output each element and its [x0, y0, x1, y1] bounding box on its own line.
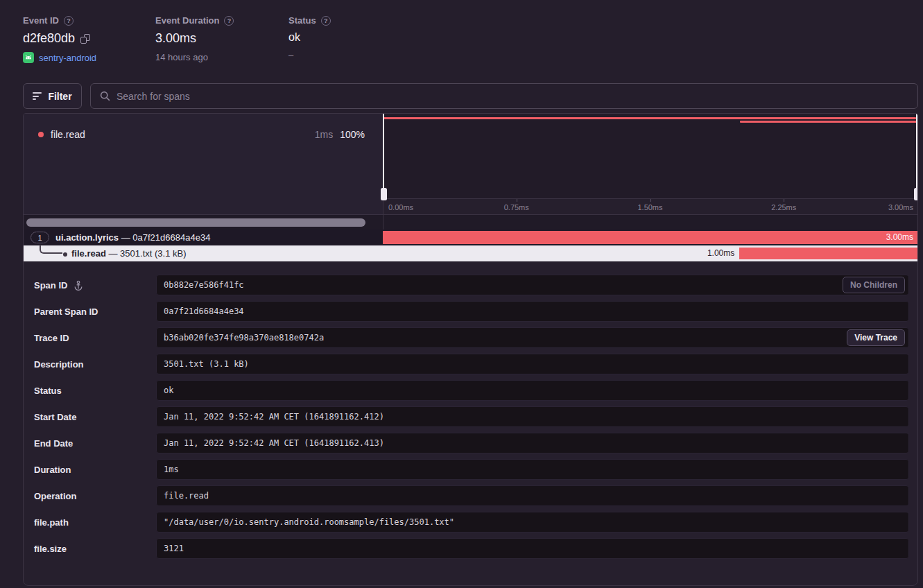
detail-row: Description3501.txt (3.1 kB) [24, 354, 917, 374]
detail-value: 3501.txt (3.1 kB) [156, 354, 909, 374]
trace-panel: file.read 1ms 100% 0.00ms0.75ms1.50ms2.2… [23, 113, 918, 586]
detail-label: Trace ID [34, 327, 69, 348]
detail-value-text: Jan 11, 2022 9:52:42 AM CET (1641891162.… [164, 412, 384, 422]
detail-value: b36ab020fe374fe98a370ae818e0742aView Tra… [156, 327, 909, 348]
detail-row: Trace IDb36ab020fe374fe98a370ae818e0742a… [24, 327, 917, 348]
viewport-handle-right[interactable] [916, 114, 917, 198]
event-duration-column: Event Duration ? 3.00ms 14 hours ago [155, 15, 234, 62]
handle-grip[interactable] [381, 188, 387, 200]
filter-icon [33, 92, 42, 100]
detail-value-text: file.read [164, 491, 209, 501]
axis-tick-mark [650, 199, 651, 202]
help-icon[interactable]: ? [64, 16, 74, 26]
project-link[interactable]: sentry-android [39, 53, 96, 63]
axis-tick-label: 2.25ms [771, 203, 796, 211]
axis-tick-mark [784, 199, 784, 202]
no-children-button[interactable]: No Children [843, 277, 905, 293]
span-title: file.read — 3501.txt (3.1 kB) [71, 245, 187, 261]
detail-value-text: 3501.txt (3.1 kB) [164, 359, 249, 369]
detail-row: file.path"/data/user/0/io.sentry.android… [24, 512, 917, 533]
detail-value-text: 3121 [164, 544, 184, 553]
filter-button-label: Filter [48, 91, 71, 102]
event-duration-label: Event Duration [155, 15, 219, 26]
detail-value-text: "/data/user/0/io.sentry.android.roomsamp… [164, 517, 454, 527]
detail-label: Start Date [34, 406, 76, 427]
detail-value: 0b882e7e586f41fcNo Children [156, 275, 909, 295]
detail-value: 0a7f21d6684a4e34 [156, 301, 909, 322]
event-duration-value: 3.00ms [155, 31, 196, 46]
op-name: file.read [51, 129, 85, 140]
span-bar-zone: 1.00ms [383, 245, 917, 261]
copy-icon[interactable] [80, 34, 90, 44]
status-column: Status ? ok – [288, 15, 331, 60]
span-row-root[interactable]: 1 ui.action.lyrics — 0a7f21d6684a4e34 3.… [24, 230, 917, 245]
event-id-label: Event ID [23, 15, 59, 26]
search-icon [100, 91, 110, 101]
axis-tick-mark [917, 199, 918, 202]
detail-value-text: Jan 11, 2022 9:52:42 AM CET (1641891162.… [164, 438, 384, 448]
detail-value-text: ok [164, 386, 173, 395]
time-axis: 0.00ms0.75ms1.50ms2.25ms3.00ms [383, 198, 917, 214]
detail-row: file.size3121 [24, 538, 917, 559]
span-search [90, 83, 918, 109]
axis-tick-label: 1.50ms [637, 203, 662, 211]
span-title: ui.action.lyrics — 0a7f21d6684a4e34 [55, 232, 210, 243]
op-percent: 100% [340, 129, 365, 140]
detail-row: Statusok [24, 380, 917, 401]
span-row-selected[interactable]: file.read — 3501.txt (3.1 kB) 1.00ms [24, 245, 917, 261]
detail-label: End Date [34, 433, 73, 453]
minimap-span-line [383, 117, 916, 119]
tree-connector [40, 245, 62, 254]
detail-value-text: 0b882e7e586f41fc [164, 280, 244, 290]
axis-tick-label: 0.00ms [388, 203, 413, 211]
detail-label: Status [34, 380, 62, 401]
event-id-column: Event ID ? d2fe80db sentry-android [23, 15, 96, 63]
ops-breakdown-row: file.read 1ms 100% [38, 129, 365, 140]
detail-value: "/data/user/0/io.sentry.android.roomsamp… [156, 512, 909, 533]
detail-row: Parent Span ID0a7f21d6684a4e34 [24, 301, 917, 322]
scrollbar-thumb[interactable] [26, 218, 365, 227]
trace-minimap: file.read 1ms 100% 0.00ms0.75ms1.50ms2.2… [24, 114, 917, 214]
scrollbar-track[interactable] [24, 214, 917, 230]
span-bar-label: 1.00ms [707, 245, 739, 261]
span-row-left: 1 ui.action.lyrics — 0a7f21d6684a4e34 [24, 230, 383, 245]
detail-label: file.size [34, 538, 67, 559]
detail-label: Duration [34, 459, 71, 480]
axis-tick-label: 3.00ms [888, 203, 913, 211]
help-icon[interactable]: ? [321, 16, 331, 26]
detail-label: file.path [34, 512, 69, 533]
op-color-dot [38, 132, 44, 137]
view-trace-button[interactable]: View Trace [847, 329, 905, 346]
detail-label: Description [34, 354, 84, 374]
minimap-canvas[interactable] [383, 114, 917, 198]
detail-value: 1ms [156, 459, 909, 480]
help-icon[interactable]: ? [224, 16, 234, 26]
children-count-badge[interactable]: 1 [31, 232, 49, 243]
detail-label: Parent Span ID [34, 301, 98, 322]
detail-row: Start DateJan 11, 2022 9:52:42 AM CET (1… [24, 406, 917, 427]
viewport-handle-left[interactable] [383, 114, 384, 198]
detail-label: Operation [34, 485, 76, 506]
tree-connector-dot [63, 252, 67, 257]
span-duration-bar[interactable]: 3.00ms [383, 231, 917, 244]
detail-value: Jan 11, 2022 9:52:42 AM CET (1641891162.… [156, 406, 909, 427]
status-sub: – [288, 50, 293, 60]
detail-row: End DateJan 11, 2022 9:52:42 AM CET (164… [24, 433, 917, 453]
event-id-value: d2fe80db [23, 31, 75, 46]
handle-grip[interactable] [914, 188, 919, 200]
detail-row: Operationfile.read [24, 485, 917, 506]
span-duration-bar[interactable] [739, 248, 917, 259]
detail-value: file.read [156, 485, 909, 506]
minimap-span-line [740, 121, 917, 123]
event-duration-ago: 14 hours ago [155, 52, 208, 62]
detail-row: Duration1ms [24, 459, 917, 480]
search-input[interactable] [117, 91, 908, 102]
ops-breakdown: file.read 1ms 100% [24, 114, 383, 214]
span-bar-zone: 3.00ms [383, 230, 917, 245]
android-project-icon [23, 52, 34, 63]
span-row-left: file.read — 3501.txt (3.1 kB) [24, 245, 383, 261]
filter-button[interactable]: Filter [23, 83, 82, 109]
span-bar-label: 3.00ms [886, 231, 913, 244]
span-details-rows: Span ID0b882e7e586f41fcNo ChildrenParent… [24, 261, 917, 564]
anchor-icon[interactable] [74, 280, 83, 291]
